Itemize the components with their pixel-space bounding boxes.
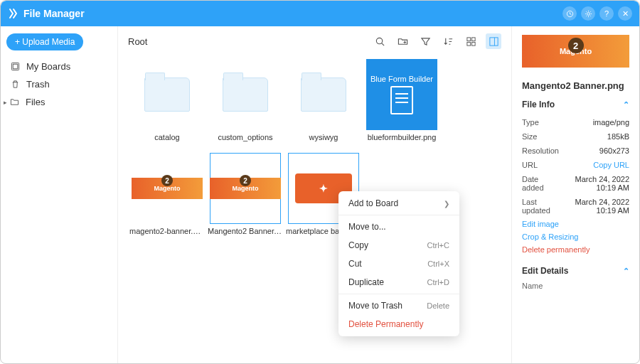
sort-icon[interactable] xyxy=(440,33,456,49)
file-name: wysiwyg xyxy=(284,133,363,141)
file-name: Mangento2 Banner.png xyxy=(206,227,284,235)
preview-thumbnail: 2Magento xyxy=(522,35,629,68)
file-browser: Root catalog custom_options xyxy=(118,26,511,363)
settings-icon[interactable] xyxy=(581,6,595,21)
new-folder-icon[interactable] xyxy=(395,33,410,49)
sidebar-item-trash[interactable]: Trash xyxy=(6,75,112,93)
folder-tile[interactable]: catalog xyxy=(128,59,206,141)
thumbnail: 2Magento xyxy=(210,178,281,199)
svg-rect-9 xyxy=(489,37,497,45)
sidebar-item-label: Trash xyxy=(26,79,50,90)
chevron-up-icon: ⌃ xyxy=(623,100,629,109)
app-logo-icon xyxy=(8,8,19,19)
folder-icon xyxy=(10,97,21,107)
edit-image-link[interactable]: Edit image xyxy=(522,218,629,230)
file-info-header[interactable]: File Info⌃ xyxy=(522,100,629,109)
thumbnail: Blue Form Builder xyxy=(366,59,437,130)
svg-rect-3 xyxy=(13,64,18,69)
delete-permanently-link[interactable]: Delete permanently xyxy=(522,243,629,256)
sidebar-item-my-boards[interactable]: My Boards xyxy=(6,58,112,75)
copy-url-link[interactable]: Copy URL xyxy=(593,161,629,169)
boards-icon xyxy=(11,62,22,71)
grid-view-icon[interactable] xyxy=(463,33,479,49)
filter-icon[interactable] xyxy=(417,33,433,49)
titlebar: File Manager ? ✕ xyxy=(1,1,639,26)
sidebar-item-label: Files xyxy=(26,97,45,107)
history-icon[interactable] xyxy=(562,6,577,21)
app-title: File Manager xyxy=(23,8,85,19)
upload-media-button[interactable]: + Upload Media xyxy=(6,33,83,50)
file-name: blueformbuilder.png xyxy=(363,133,441,141)
ctx-move-to-trash[interactable]: Move to TrashDelete xyxy=(338,296,459,315)
folder-tile[interactable]: wysiwyg xyxy=(284,59,363,141)
svg-rect-8 xyxy=(471,42,475,46)
sidebar-item-files[interactable]: Files xyxy=(6,93,112,111)
search-icon[interactable] xyxy=(372,33,388,49)
image-tile[interactable]: 2Magento Mangento2 Banner.png xyxy=(206,153,284,235)
svg-point-1 xyxy=(587,12,590,15)
file-name: custom_options xyxy=(206,133,284,141)
file-name: magento2-banner.png xyxy=(128,227,206,235)
breadcrumb[interactable]: Root xyxy=(128,36,147,47)
svg-rect-6 xyxy=(471,37,475,41)
ctx-copy[interactable]: CopyCtrl+C xyxy=(338,236,459,255)
folder-tile[interactable]: custom_options xyxy=(206,59,284,141)
crop-resize-link[interactable]: Crop & Resizing xyxy=(522,230,629,243)
chevron-right-icon: ❯ xyxy=(444,200,449,208)
folder-icon xyxy=(301,77,346,112)
ctx-duplicate[interactable]: DuplicateCtrl+D xyxy=(338,273,459,291)
help-icon[interactable]: ? xyxy=(599,6,614,21)
close-icon[interactable]: ✕ xyxy=(618,6,632,21)
details-filename: Mangento2 Banner.png xyxy=(522,80,629,91)
details-panel: 2Magento Mangento2 Banner.png File Info⌃… xyxy=(511,26,639,363)
sidebar-item-label: My Boards xyxy=(26,61,70,72)
svg-point-4 xyxy=(376,38,382,43)
ctx-delete-permanently[interactable]: Delete Permanently xyxy=(338,315,459,333)
image-tile[interactable]: 2Magento magento2-banner.png xyxy=(128,153,206,235)
svg-rect-5 xyxy=(466,37,470,41)
folder-icon xyxy=(144,77,190,112)
context-menu: Add to Board❯ Move to... CopyCtrl+C CutC… xyxy=(338,191,459,336)
ctx-move-to[interactable]: Move to... xyxy=(338,218,459,236)
folder-icon xyxy=(223,77,268,112)
file-name: catalog xyxy=(128,133,206,141)
thumbnail: 2Magento xyxy=(132,178,203,199)
details-panel-icon[interactable] xyxy=(486,33,501,49)
chevron-up-icon: ⌃ xyxy=(623,267,629,276)
sidebar: + Upload Media My Boards Trash Files xyxy=(1,26,118,363)
name-field-label: Name xyxy=(522,282,629,290)
svg-rect-7 xyxy=(466,42,470,46)
ctx-cut[interactable]: CutCtrl+X xyxy=(338,255,459,273)
trash-icon xyxy=(11,80,22,89)
edit-details-header[interactable]: Edit Details⌃ xyxy=(522,266,629,276)
ctx-add-to-board[interactable]: Add to Board❯ xyxy=(338,194,459,213)
image-tile[interactable]: Blue Form Builder blueformbuilder.png xyxy=(363,59,441,141)
